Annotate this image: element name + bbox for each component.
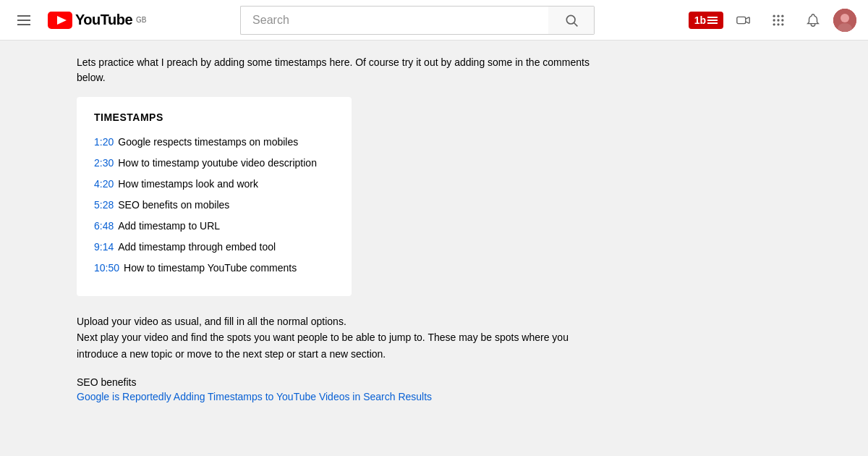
svg-point-7 bbox=[781, 14, 783, 17]
subscriptions-button[interactable]: 1b bbox=[689, 12, 723, 29]
header-left: YouTubeGB bbox=[12, 9, 147, 31]
search-area bbox=[176, 6, 660, 35]
timestamp-item: 2:30How to timestamp youtube video descr… bbox=[94, 156, 334, 171]
timestamps-title: TIMESTAMPS bbox=[94, 111, 334, 123]
timestamps-list: 1:20Google respects timestamps on mobile… bbox=[94, 135, 334, 276]
timestamp-time[interactable]: 10:50 bbox=[94, 261, 119, 276]
svg-point-9 bbox=[777, 19, 779, 21]
svg-line-3 bbox=[574, 22, 577, 26]
svg-rect-4 bbox=[737, 17, 746, 23]
svg-point-8 bbox=[773, 19, 775, 21]
timestamp-label: How to timestamp youtube video descripti… bbox=[118, 156, 317, 171]
paragraph-line1: Upload your video as usual, and fill in … bbox=[77, 313, 597, 329]
main-content: Lets practice what I preach by adding so… bbox=[0, 41, 868, 456]
avatar-image bbox=[833, 9, 856, 32]
account-avatar[interactable] bbox=[833, 9, 856, 32]
seo-section: SEO benefits Google is Reportedly Adding… bbox=[77, 376, 597, 402]
timestamp-item: 4:20How timestamps look and work bbox=[94, 177, 334, 192]
timestamp-label: How to timestamp YouTube comments bbox=[124, 261, 297, 276]
svg-point-12 bbox=[777, 23, 779, 25]
header-right: 1b bbox=[689, 6, 856, 35]
svg-point-6 bbox=[777, 14, 779, 17]
svg-point-2 bbox=[566, 15, 575, 24]
intro-text: Lets practice what I preach by adding so… bbox=[77, 55, 597, 85]
timestamp-item: 6:48Add timestamp to URL bbox=[94, 219, 334, 234]
menu-button[interactable] bbox=[12, 9, 36, 31]
timestamp-item: 5:28SEO benefits on mobiles bbox=[94, 198, 334, 213]
search-form bbox=[240, 6, 595, 35]
subscriptions-count: 1b bbox=[694, 14, 706, 26]
seo-title: SEO benefits bbox=[77, 376, 597, 388]
logo-text: YouTube bbox=[75, 12, 132, 28]
logo-country: GB bbox=[136, 16, 146, 24]
svg-point-15 bbox=[841, 14, 849, 22]
paragraph-section: Upload your video as usual, and fill in … bbox=[77, 313, 597, 362]
youtube-logo[interactable]: YouTubeGB bbox=[48, 12, 147, 29]
timestamp-time[interactable]: 6:48 bbox=[94, 219, 114, 234]
timestamp-item: 9:14Add timestamp through embed tool bbox=[94, 240, 334, 255]
timestamps-box: TIMESTAMPS 1:20Google respects timestamp… bbox=[77, 97, 352, 296]
search-button[interactable] bbox=[548, 6, 595, 35]
youtube-icon bbox=[48, 12, 72, 29]
timestamp-time[interactable]: 9:14 bbox=[94, 240, 114, 255]
timestamp-label: How timestamps look and work bbox=[118, 177, 258, 192]
timestamp-label: Add timestamp through embed tool bbox=[118, 240, 276, 255]
timestamp-label: Google respects timestamps on mobiles bbox=[118, 135, 298, 150]
apps-button[interactable] bbox=[764, 6, 793, 35]
notifications-button[interactable] bbox=[799, 6, 827, 35]
timestamp-time[interactable]: 4:20 bbox=[94, 177, 114, 192]
timestamp-time[interactable]: 2:30 bbox=[94, 156, 114, 171]
svg-point-11 bbox=[773, 23, 775, 25]
timestamp-time[interactable]: 5:28 bbox=[94, 198, 114, 213]
paragraph-line2: Next play your video and find the spots … bbox=[77, 329, 597, 362]
timestamp-label: Add timestamp to URL bbox=[118, 219, 220, 234]
search-input[interactable] bbox=[240, 6, 548, 35]
svg-point-5 bbox=[773, 14, 775, 17]
timestamp-time[interactable]: 1:20 bbox=[94, 135, 114, 150]
timestamp-item: 1:20Google respects timestamps on mobile… bbox=[94, 135, 334, 150]
search-icon bbox=[564, 13, 579, 28]
upload-button[interactable] bbox=[729, 6, 758, 35]
timestamp-item: 10:50How to timestamp YouTube comments bbox=[94, 261, 334, 276]
seo-link[interactable]: Google is Reportedly Adding Timestamps t… bbox=[77, 391, 432, 402]
subscriptions-lines-icon bbox=[707, 17, 718, 24]
svg-point-13 bbox=[781, 23, 783, 25]
timestamp-label: SEO benefits on mobiles bbox=[118, 198, 229, 213]
svg-point-10 bbox=[781, 19, 783, 21]
header: YouTubeGB 1b bbox=[0, 0, 868, 41]
